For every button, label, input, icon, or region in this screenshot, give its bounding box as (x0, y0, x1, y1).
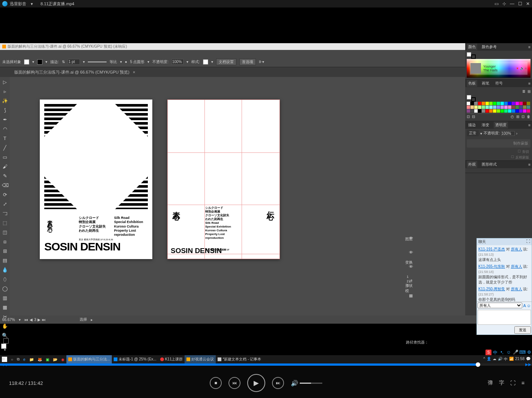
danmu-button[interactable]: 弹 (488, 380, 493, 386)
maximize-icon[interactable]: ☐ (518, 1, 522, 6)
chevron-right-icon[interactable]: › (516, 131, 517, 136)
document-tab[interactable]: 版面的解构与三分法练习-课件.ai @ 66.67% (CMYK/GPU 预览)… (11, 68, 138, 77)
tray-time[interactable]: 21:58 (515, 357, 524, 362)
swatch[interactable] (485, 102, 489, 105)
swatch[interactable] (474, 109, 478, 113)
first-artboard-icon[interactable]: ⏮ (24, 318, 28, 322)
explorer-icon[interactable]: 📁 (27, 355, 36, 363)
eye-icon[interactable]: 👁 (409, 264, 414, 269)
panel-menu-icon[interactable]: ≡ (528, 163, 530, 167)
opacity-input[interactable] (501, 131, 515, 136)
column-graph-tool-icon[interactable]: ▥ (2, 295, 8, 301)
blend-mode-select[interactable]: 正常 (467, 130, 479, 136)
brush-preset[interactable]: 5 点圆形 (130, 59, 144, 65)
ime-settings-icon[interactable]: ⚙ (526, 350, 532, 356)
swatch[interactable] (500, 102, 504, 105)
taskbar-item[interactable]: 好视通云会议 (185, 355, 216, 363)
chevron-down-icon[interactable]: ▾ (186, 60, 188, 64)
expand-icon[interactable]: ⛶ (526, 239, 530, 244)
new-swatch-icon[interactable]: ⊡ (521, 115, 524, 119)
ime-cn-icon[interactable]: 中 (492, 350, 498, 356)
line-tool-icon[interactable]: ╱ (2, 145, 8, 151)
swatch[interactable] (512, 109, 515, 113)
swatch[interactable] (504, 109, 508, 113)
grid-view-icon[interactable]: ⊞ (527, 89, 530, 93)
make-mask-button[interactable]: 制作蒙版 (467, 139, 530, 148)
swatch[interactable] (515, 102, 519, 105)
chevron-down-icon[interactable]: ▾ (120, 60, 122, 64)
pathfinder-label[interactable]: 路径查找器： (406, 340, 428, 345)
swatch-menu-icon[interactable]: ⊟ (472, 115, 475, 119)
swatch[interactable] (474, 106, 478, 109)
swatch[interactable] (467, 102, 470, 105)
brushes-tab[interactable]: 画笔 (480, 80, 491, 87)
swatch[interactable] (508, 106, 511, 109)
chat-input[interactable] (478, 310, 531, 325)
swatch[interactable] (519, 106, 523, 109)
prev-artboard-icon[interactable]: ◀ (30, 318, 33, 322)
mesh-tool-icon[interactable]: ⊞ (2, 248, 8, 254)
subtitle-button[interactable]: 字 (499, 380, 504, 386)
app-icon[interactable]: 📂 (51, 355, 59, 363)
seek-forward-icon[interactable]: ▶▶ (525, 362, 531, 366)
chevron-down-icon[interactable]: ▾ (211, 60, 213, 64)
ime-keyboard-icon[interactable]: ⌨ (519, 350, 525, 356)
graphic-styles-tab[interactable]: 图形样式 (480, 161, 498, 168)
shaper-tool-icon[interactable]: ✎ (2, 173, 8, 179)
swatch[interactable] (519, 109, 523, 113)
checkbox-icon[interactable]: ☐ (518, 149, 521, 154)
layer-icon[interactable]: ▦ (409, 293, 414, 298)
playlist-icon[interactable]: ≡ (521, 380, 524, 386)
direct-selection-tool-icon[interactable]: ▹ (2, 89, 8, 95)
color-guide-tab[interactable]: 颜色参考 (480, 44, 498, 50)
swatch[interactable] (478, 102, 481, 105)
curvature-tool-icon[interactable]: ◠ (2, 126, 8, 132)
delete-swatch-icon[interactable]: 🗑 (527, 115, 530, 119)
chevron-down-icon[interactable]: ▾ (83, 60, 85, 64)
swap-icon[interactable]: ⇄ (409, 279, 414, 283)
ime-mic-icon[interactable]: 🎤 (512, 350, 518, 356)
swatch[interactable] (482, 102, 485, 105)
chevron-down-icon[interactable]: ▾ (147, 60, 149, 64)
chevron-down-icon[interactable]: ▾ (32, 60, 34, 64)
tray-ime-icon[interactable]: 中 (504, 357, 508, 362)
appearance-tab[interactable]: 外观 (467, 161, 477, 168)
ai-menubar[interactable] (0, 50, 476, 57)
swatch[interactable] (493, 102, 496, 105)
eyedropper-tool-icon[interactable]: 💧 (2, 267, 8, 273)
preferences-button[interactable]: 首选项 (239, 59, 256, 65)
scale-tool-icon[interactable]: ⤢ (2, 201, 8, 207)
menu-icon[interactable]: ≡ (525, 66, 527, 70)
play-button[interactable]: ▶ (247, 374, 265, 392)
stroke-swatch[interactable] (37, 59, 42, 65)
transparency-tab[interactable]: 透明度 (494, 122, 508, 128)
swatch[interactable] (489, 106, 493, 109)
width-tool-icon[interactable]: ⫎ (2, 211, 8, 217)
swatch[interactable] (512, 102, 515, 105)
heart-icon[interactable]: ♥ (516, 66, 518, 70)
swatch[interactable] (474, 102, 478, 105)
stroke-weight-input[interactable] (68, 59, 80, 65)
panel-menu-icon[interactable]: ≡ (528, 123, 530, 127)
progress-bar[interactable]: ◀◀ ▶▶ (0, 363, 532, 366)
swatch[interactable] (527, 109, 530, 113)
list-view-icon[interactable]: ≣ (522, 89, 525, 93)
minimize-icon[interactable]: — (510, 1, 514, 6)
close-icon[interactable]: ✕ (526, 1, 530, 6)
dropdown-arrow-icon[interactable]: ▾ (31, 2, 33, 6)
swatch[interactable] (527, 106, 530, 109)
fill-swatch[interactable] (24, 59, 29, 65)
font-icon[interactable]: A (523, 303, 526, 308)
app-icon[interactable]: ◉ (59, 355, 66, 363)
swatch[interactable] (493, 106, 496, 109)
document-setup-button[interactable]: 文档设置 (216, 59, 236, 65)
swatch[interactable] (467, 109, 470, 113)
swatch[interactable] (500, 106, 504, 109)
next-button[interactable]: ⏭ (272, 377, 284, 389)
pin-icon[interactable]: ⊹ (502, 1, 506, 6)
app-icon[interactable]: ▣ (44, 355, 51, 363)
new-group-icon[interactable]: ⊞ (516, 115, 519, 119)
hand-tool-icon[interactable]: ✋ (2, 323, 8, 329)
stop-button[interactable]: ■ (210, 377, 222, 389)
swatch[interactable] (508, 102, 511, 105)
